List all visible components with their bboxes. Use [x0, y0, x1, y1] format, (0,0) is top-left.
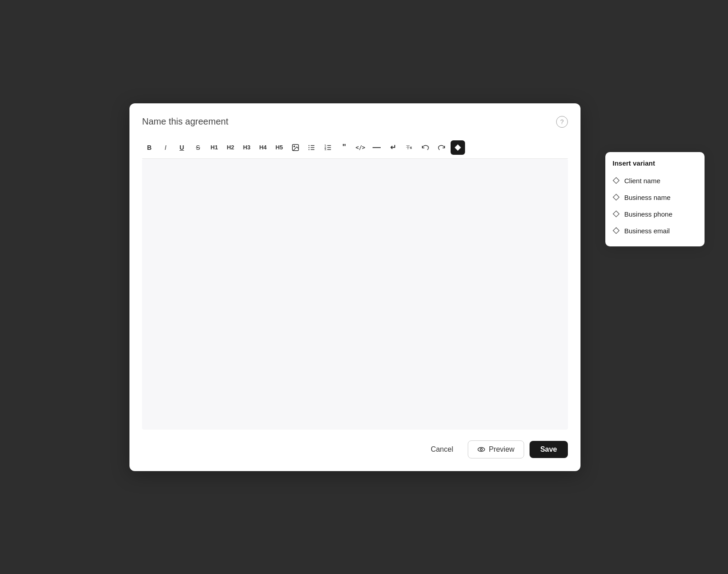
strikethrough-button[interactable]: S [191, 140, 205, 155]
insert-variant-button[interactable] [451, 140, 465, 155]
diamond-icon [613, 227, 620, 234]
save-button[interactable]: Save [530, 441, 568, 458]
svg-point-1 [294, 146, 295, 147]
h1-button[interactable]: H1 [207, 140, 221, 155]
dialog-overlay: Name this agreement ? B I U S [129, 103, 599, 471]
cancel-button[interactable]: Cancel [422, 441, 462, 458]
insert-variant-panel: Insert variant Client name Business name… [605, 152, 705, 246]
editor-content-area[interactable] [142, 159, 568, 430]
svg-point-7 [309, 149, 309, 150]
diamond-icon [613, 210, 620, 218]
undo-icon [421, 144, 429, 152]
undo-button[interactable] [418, 140, 433, 155]
image-icon [291, 144, 299, 152]
clear-format-button[interactable]: Tx [402, 140, 416, 155]
dialog-header: Name this agreement ? [142, 116, 568, 128]
dialog-title: Name this agreement [142, 116, 228, 127]
insert-variant-title: Insert variant [605, 159, 705, 172]
ordered-list-icon: 1. 2. 3. [324, 144, 332, 152]
italic-button[interactable]: I [158, 140, 173, 155]
bullet-list-button[interactable] [304, 140, 319, 155]
dialog-footer: Cancel Preview Save [142, 440, 568, 458]
horizontal-rule-button[interactable]: — [369, 140, 384, 155]
redo-button[interactable] [434, 140, 449, 155]
variant-item-business-name[interactable]: Business name [605, 189, 705, 206]
h2-button[interactable]: H2 [223, 140, 238, 155]
variant-item-business-phone[interactable]: Business phone [605, 206, 705, 222]
code-button[interactable]: </> [353, 140, 368, 155]
svg-point-6 [309, 147, 309, 148]
diamond-icon [613, 194, 620, 201]
h5-button[interactable]: H5 [272, 140, 286, 155]
hard-break-button[interactable]: ↵ [386, 140, 400, 155]
bullet-list-icon [308, 144, 316, 152]
h4-button[interactable]: H4 [256, 140, 270, 155]
underline-button[interactable]: U [175, 140, 189, 155]
ordered-list-button[interactable]: 1. 2. 3. [321, 140, 335, 155]
svg-point-14 [478, 447, 484, 451]
image-button[interactable] [288, 140, 303, 155]
help-icon-button[interactable]: ? [556, 116, 568, 128]
redo-icon [438, 144, 446, 152]
svg-text:3.: 3. [325, 148, 327, 151]
svg-point-5 [309, 145, 309, 146]
h3-button[interactable]: H3 [240, 140, 254, 155]
editor-toolbar: B I U S H1 H2 H3 [142, 137, 568, 159]
variant-item-client-name[interactable]: Client name [605, 172, 705, 189]
agreement-dialog: Name this agreement ? B I U S [129, 103, 581, 471]
variant-item-business-email[interactable]: Business email [605, 222, 705, 239]
svg-point-15 [480, 448, 482, 450]
preview-button[interactable]: Preview [468, 440, 524, 458]
eye-icon [477, 445, 485, 454]
bold-button[interactable]: B [142, 140, 157, 155]
diamond-icon [454, 144, 461, 151]
blockquote-button[interactable]: " [337, 140, 351, 155]
diamond-icon [613, 177, 620, 184]
